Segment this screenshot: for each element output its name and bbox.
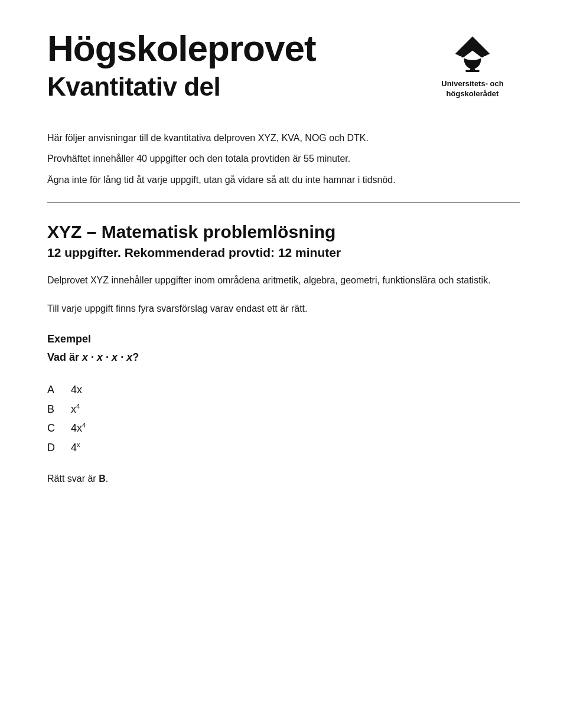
intro-line3: Ägna inte för lång tid åt varje uppgift,… xyxy=(47,172,520,188)
answer-letter-c: C xyxy=(47,419,61,438)
intro-line1: Här följer anvisningar till de kvantitat… xyxy=(47,130,520,146)
example-label: Exempel xyxy=(47,333,520,345)
uhr-logo-icon xyxy=(452,33,493,74)
answer-d: D 4x xyxy=(47,438,520,457)
sub-title: Kvantitativ del xyxy=(47,72,425,102)
correct-answer: Rätt svar är B. xyxy=(47,474,520,484)
answer-value-a: 4x xyxy=(71,380,82,399)
example-question: Vad är x · x · x · x? xyxy=(47,351,520,364)
section-note: Till varje uppgift finns fyra svarsförsl… xyxy=(47,301,520,316)
intro-line2: Provhäftet innehåller 40 uppgifter och d… xyxy=(47,151,520,167)
answer-letter-b: B xyxy=(47,400,61,419)
answer-list: A 4x B x4 C 4x4 D 4x xyxy=(47,380,520,457)
answer-value-d: 4x xyxy=(71,438,80,457)
answer-a: A 4x xyxy=(47,380,520,399)
page-header: Högskoleprovet Kvantitativ del Universit… xyxy=(47,28,520,119)
answer-letter-d: D xyxy=(47,438,61,457)
section-subtitle: 12 uppgifter. Rekommenderad provtid: 12 … xyxy=(47,246,520,260)
answer-c: C 4x4 xyxy=(47,419,520,438)
answer-value-c: 4x4 xyxy=(71,419,86,438)
section-description: Delprovet XYZ innehåller uppgifter inom … xyxy=(47,273,520,288)
header-titles: Högskoleprovet Kvantitativ del xyxy=(47,28,425,119)
answer-letter-a: A xyxy=(47,380,61,399)
section-title: XYZ – Matematisk problemlösning xyxy=(47,222,520,242)
svg-rect-1 xyxy=(465,70,479,71)
section-divider xyxy=(47,202,520,203)
logo-area: Universitets- och högskolerådet xyxy=(425,28,520,99)
answer-value-b: x4 xyxy=(71,400,80,419)
main-title: Högskoleprovet xyxy=(47,28,425,68)
answer-b: B x4 xyxy=(47,400,520,419)
logo-text: Universitets- och högskolerådet xyxy=(441,79,503,99)
